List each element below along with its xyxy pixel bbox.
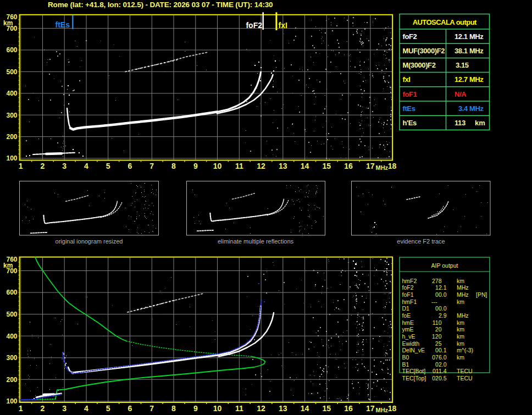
svg-text:20: 20 bbox=[435, 326, 442, 333]
svg-text:020.5: 020.5 bbox=[432, 375, 446, 381]
svg-text:km: km bbox=[457, 326, 464, 333]
svg-text:3: 3 bbox=[62, 162, 66, 170]
svg-text:Ewidth: Ewidth bbox=[402, 340, 420, 347]
svg-text:MHz: MHz bbox=[376, 407, 389, 413]
svg-text:km: km bbox=[457, 298, 464, 305]
svg-text:km: km bbox=[475, 119, 485, 127]
svg-text:110: 110 bbox=[433, 319, 442, 326]
svg-text:hmE: hmE bbox=[402, 319, 414, 326]
svg-text:600: 600 bbox=[6, 289, 17, 296]
svg-text:---: --- bbox=[431, 298, 437, 305]
svg-text:38.1 MHz: 38.1 MHz bbox=[455, 47, 484, 55]
svg-text:200: 200 bbox=[6, 376, 17, 384]
svg-text:evidence F2 trace: evidence F2 trace bbox=[397, 238, 445, 245]
svg-text:7: 7 bbox=[149, 404, 154, 413]
svg-text:AUTOSCALA output: AUTOSCALA output bbox=[413, 18, 477, 26]
svg-text:eliminate multiple reflections: eliminate multiple reflections bbox=[218, 238, 294, 245]
svg-text:076.0: 076.0 bbox=[432, 354, 446, 361]
svg-text:600: 600 bbox=[6, 46, 17, 54]
svg-text:400: 400 bbox=[6, 90, 17, 97]
svg-text:9: 9 bbox=[193, 404, 198, 413]
svg-text:15: 15 bbox=[323, 404, 331, 413]
svg-text:200: 200 bbox=[6, 133, 17, 141]
svg-text:6: 6 bbox=[128, 404, 132, 413]
svg-text:hmF2: hmF2 bbox=[402, 278, 417, 284]
svg-text:MHz: MHz bbox=[457, 284, 469, 291]
svg-text:12: 12 bbox=[257, 162, 265, 170]
svg-text:h_vE: h_vE bbox=[402, 333, 415, 340]
svg-text:300: 300 bbox=[6, 112, 17, 119]
svg-text:2.9: 2.9 bbox=[439, 312, 447, 319]
svg-text:700: 700 bbox=[6, 25, 17, 32]
svg-text:120: 120 bbox=[432, 333, 442, 340]
svg-text:foF2: foF2 bbox=[402, 284, 414, 291]
svg-text:18: 18 bbox=[388, 404, 397, 413]
svg-text:00.0: 00.0 bbox=[435, 291, 447, 298]
svg-text:17: 17 bbox=[366, 404, 375, 413]
svg-text:ftEs: ftEs bbox=[403, 104, 415, 113]
svg-text:M(3000)F2: M(3000)F2 bbox=[403, 61, 436, 69]
svg-text:18: 18 bbox=[388, 162, 397, 170]
svg-text:MHz: MHz bbox=[376, 164, 389, 171]
svg-text:DelN_vE: DelN_vE bbox=[402, 347, 425, 353]
svg-text:12.7 MHz: 12.7 MHz bbox=[455, 75, 484, 84]
svg-text:fxI: fxI bbox=[279, 21, 287, 30]
svg-text:km: km bbox=[457, 333, 464, 340]
svg-text:km: km bbox=[457, 319, 464, 326]
svg-text:700: 700 bbox=[6, 267, 17, 275]
svg-text:16: 16 bbox=[344, 404, 353, 413]
svg-text:km: km bbox=[457, 340, 464, 347]
svg-text:12.1 MHz: 12.1 MHz bbox=[455, 32, 484, 41]
svg-text:km: km bbox=[457, 278, 464, 284]
svg-text:foF1: foF1 bbox=[403, 90, 417, 98]
svg-text:B1: B1 bbox=[402, 361, 409, 368]
svg-text:10: 10 bbox=[213, 162, 222, 170]
svg-text:8: 8 bbox=[171, 162, 176, 170]
svg-text:02.0: 02.0 bbox=[435, 361, 447, 368]
svg-text:278: 278 bbox=[432, 278, 442, 284]
svg-text:1: 1 bbox=[19, 162, 23, 170]
svg-text:foF2: foF2 bbox=[403, 32, 417, 41]
svg-text:011.4: 011.4 bbox=[433, 368, 447, 374]
svg-text:D1: D1 bbox=[402, 305, 410, 312]
svg-text:AIP output: AIP output bbox=[431, 262, 458, 269]
svg-text:TECU: TECU bbox=[457, 368, 473, 374]
svg-text:TECU: TECU bbox=[457, 375, 473, 381]
svg-text:foF1: foF1 bbox=[402, 291, 414, 298]
svg-text:hmF1: hmF1 bbox=[402, 298, 417, 305]
svg-text:8: 8 bbox=[171, 404, 176, 413]
svg-text:m^(-3): m^(-3) bbox=[457, 347, 473, 353]
svg-text:MHz: MHz bbox=[457, 312, 469, 319]
svg-text:foE: foE bbox=[402, 312, 411, 319]
svg-text:MHz: MHz bbox=[457, 291, 469, 298]
svg-text:400: 400 bbox=[6, 333, 17, 340]
svg-text:14: 14 bbox=[301, 162, 309, 170]
svg-text:fxI: fxI bbox=[403, 75, 411, 84]
svg-text:100: 100 bbox=[6, 154, 17, 162]
svg-text:6: 6 bbox=[128, 162, 132, 170]
svg-text:500: 500 bbox=[6, 68, 17, 76]
svg-text:Rome (lat: +41.8, lon: 012.5): Rome (lat: +41.8, lon: 012.5) - DATE: 20… bbox=[48, 1, 273, 9]
svg-text:km: km bbox=[457, 354, 464, 361]
svg-text:N/A: N/A bbox=[455, 90, 467, 98]
svg-text:15: 15 bbox=[323, 162, 331, 170]
svg-text:TEC[Bot]: TEC[Bot] bbox=[402, 368, 426, 374]
svg-text:3.15: 3.15 bbox=[456, 61, 469, 69]
svg-text:17: 17 bbox=[366, 162, 375, 170]
svg-text:4: 4 bbox=[84, 404, 88, 413]
svg-text:5: 5 bbox=[106, 162, 110, 170]
svg-text:11: 11 bbox=[235, 404, 243, 413]
svg-text:113: 113 bbox=[455, 119, 465, 127]
svg-text:00.1: 00.1 bbox=[435, 347, 447, 353]
svg-text:1: 1 bbox=[19, 404, 23, 413]
svg-text:ymE: ymE bbox=[402, 326, 414, 333]
svg-text:16: 16 bbox=[344, 162, 353, 170]
svg-text:00.0: 00.0 bbox=[435, 305, 447, 312]
svg-text:11: 11 bbox=[235, 162, 243, 170]
svg-text:MUF(3000)F2: MUF(3000)F2 bbox=[403, 47, 445, 55]
svg-text:foF2: foF2 bbox=[246, 21, 262, 30]
svg-text:10: 10 bbox=[213, 404, 222, 413]
svg-text:3: 3 bbox=[62, 404, 66, 413]
svg-text:300: 300 bbox=[6, 354, 17, 362]
svg-text:2: 2 bbox=[41, 162, 45, 170]
